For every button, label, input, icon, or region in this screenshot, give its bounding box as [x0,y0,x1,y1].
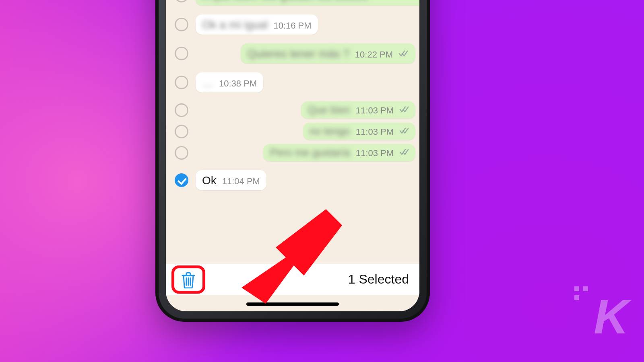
message-text: Ok [202,174,217,187]
message-timestamp: 11:03 PM [356,148,394,158]
select-circle[interactable] [175,103,188,117]
message-bubble-incoming[interactable]: … 10:38 PM [196,72,263,93]
message-timestamp: 10:06 PM [373,0,411,2]
message-timestamp: 11:03 PM [356,127,394,137]
phone-frame: … 10:01 PM A que bien. Me gustan los bol… [155,0,430,322]
double-check-icon [399,148,410,156]
message-text: … [202,76,213,89]
selection-toolbar: 1 Selected [166,263,419,295]
message-bubble-outgoing[interactable]: Pero me gustaría 11:03 PM [263,144,415,161]
message-text: Quieres tener más ? [247,47,349,60]
background-gradient: … 10:01 PM A que bien. Me gustan los bol… [0,0,644,362]
message-timestamp: 10:38 PM [219,78,257,89]
message-bubble-outgoing[interactable]: no tengo 11:03 PM [303,123,415,140]
select-circle[interactable] [175,146,188,160]
watermark-dots [574,286,588,300]
message-row[interactable]: A que bien. Me gustan los bolsos 10:06 P… [175,0,415,6]
message-text: A que bien. Me gustan los bolsos [202,0,367,2]
message-timestamp: 10:16 PM [273,21,311,31]
phone-screen: … 10:01 PM A que bien. Me gustan los bol… [166,0,419,311]
message-text: no tengo [310,125,350,138]
message-bubble-outgoing[interactable]: A que bien. Me gustan los bolsos 10:06 P… [196,0,419,6]
message-timestamp: 10:22 PM [355,49,393,60]
message-row[interactable]: Ok a mi igual 10:16 PM [175,14,415,35]
selected-count-label: 1 Selected [348,272,409,287]
message-timestamp: 11:03 PM [356,105,394,116]
select-circle[interactable] [175,125,188,138]
message-bubble-incoming[interactable]: Ok 11:04 PM [196,170,266,190]
watermark-letter: K [594,290,627,343]
select-circle[interactable] [175,0,188,2]
chat-message-list: … 10:01 PM A que bien. Me gustan los bol… [166,0,419,263]
select-circle[interactable] [175,47,188,60]
watermark: K [594,289,627,344]
trash-icon [181,271,196,288]
message-text: Que bien [308,104,350,116]
message-timestamp: 11:04 PM [222,176,260,187]
message-row[interactable]: Que bien 11:03 PM [175,101,415,119]
message-text: Ok a mi igual [202,19,268,31]
double-check-icon [398,50,409,58]
message-row[interactable]: Pero me gustaría 11:03 PM [175,144,415,161]
message-row[interactable]: … 10:38 PM [175,72,415,93]
double-check-icon [399,106,410,113]
double-check-icon [399,127,410,135]
select-circle[interactable] [175,76,188,89]
message-row[interactable]: Quieres tener más ? 10:22 PM [175,43,415,64]
message-bubble-outgoing[interactable]: Quieres tener más ? 10:22 PM [241,43,415,64]
delete-button[interactable] [171,265,205,294]
message-bubble-incoming[interactable]: Ok a mi igual 10:16 PM [196,14,318,35]
message-row-selected[interactable]: Ok 11:04 PM [175,170,415,190]
select-circle[interactable] [175,18,188,31]
home-indicator[interactable] [246,302,339,306]
message-text: Pero me gustaría [270,146,350,159]
message-row[interactable]: no tengo 11:03 PM [175,123,415,140]
message-bubble-outgoing[interactable]: Que bien 11:03 PM [301,101,415,119]
select-circle-checked[interactable] [175,173,188,187]
